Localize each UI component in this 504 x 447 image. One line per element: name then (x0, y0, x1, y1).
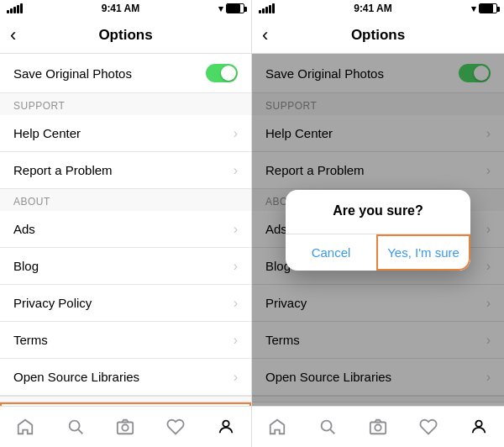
tab-bar-right (252, 406, 504, 447)
svg-point-5 (322, 421, 332, 431)
signal-area-right (259, 3, 275, 13)
svg-point-4 (223, 421, 228, 427)
tab-camera-right[interactable] (369, 418, 387, 436)
privacy-row-left[interactable]: Privacy Policy › (0, 285, 251, 322)
blog-chevron-left: › (234, 259, 238, 274)
report-problem-row-left[interactable]: Report a Problem › (0, 152, 251, 189)
battery-icon-right (479, 3, 497, 13)
svg-point-9 (475, 421, 481, 427)
signal-area (7, 3, 23, 13)
terms-chevron-left: › (234, 333, 238, 348)
tab-profile-left[interactable] (217, 418, 235, 436)
nav-bar-right: ‹ Options (252, 17, 504, 54)
privacy-chevron-left: › (234, 296, 238, 311)
tab-profile-right[interactable] (470, 418, 488, 436)
blog-label-left: Blog (13, 259, 39, 273)
svg-line-1 (78, 429, 82, 434)
help-center-row-left[interactable]: Help Center › (0, 115, 251, 152)
ads-chevron-left: › (234, 222, 238, 237)
help-center-chevron-left: › (234, 126, 238, 141)
nav-bar-left: ‹ Options (0, 17, 251, 54)
dialog-body: Are you sure? (286, 190, 470, 234)
battery-icon-left (226, 3, 244, 13)
privacy-label-left: Privacy Policy (13, 296, 92, 310)
svg-point-3 (123, 424, 129, 430)
tab-search-right[interactable] (318, 418, 337, 436)
left-panel: 9:41 AM ▾ ‹ Options Save Original Photos… (0, 0, 252, 447)
dialog-title: Are you sure? (299, 203, 457, 218)
report-problem-chevron-left: › (234, 163, 238, 178)
save-photos-label-left: Save Original Photos (13, 66, 132, 81)
tab-bar-left (0, 406, 251, 447)
time-right: 9:41 AM (354, 3, 392, 14)
status-bar-left: 9:41 AM ▾ (0, 0, 251, 17)
back-button-left[interactable]: ‹ (10, 26, 16, 45)
tab-camera-left[interactable] (116, 418, 134, 436)
open-source-chevron-left: › (234, 370, 238, 385)
nav-title-right: Options (351, 27, 405, 44)
svg-line-6 (330, 429, 334, 434)
cancel-button[interactable]: Cancel (286, 234, 376, 271)
dialog-buttons: Cancel Yes, I'm sure (286, 234, 470, 271)
terms-label-left: Terms (13, 333, 48, 347)
scroll-content-left: Save Original Photos SUPPORT Help Center… (0, 54, 251, 406)
save-photos-toggle-left[interactable] (206, 64, 238, 82)
confirm-button[interactable]: Yes, I'm sure (376, 234, 470, 271)
battery-area-right: ▾ (471, 3, 497, 14)
svg-point-8 (375, 424, 381, 430)
about-header-left: ABOUT (0, 189, 251, 211)
nav-title-left: Options (98, 27, 152, 44)
divider-left (0, 396, 251, 402)
wifi-icon-left: ▾ (218, 3, 223, 14)
tab-search-left[interactable] (66, 418, 85, 436)
tab-heart-left[interactable] (166, 418, 185, 436)
time-left: 9:41 AM (102, 3, 140, 14)
signal-bars-right (259, 3, 275, 13)
tab-home-right[interactable] (268, 418, 286, 436)
svg-point-0 (69, 421, 79, 431)
back-button-right[interactable]: ‹ (262, 26, 268, 45)
confirm-dialog: Are you sure? Cancel Yes, I'm sure (286, 190, 470, 271)
help-center-label-left: Help Center (13, 126, 81, 140)
dialog-overlay: Are you sure? Cancel Yes, I'm sure (252, 54, 504, 406)
signal-bars (7, 3, 23, 13)
support-header-left: SUPPORT (0, 93, 251, 115)
save-photos-row-left[interactable]: Save Original Photos (0, 54, 251, 93)
blog-row-left[interactable]: Blog › (0, 248, 251, 285)
tab-heart-right[interactable] (419, 418, 438, 436)
right-panel: 9:41 AM ▾ ‹ Options Save Original Photos… (252, 0, 504, 447)
ads-row-left[interactable]: Ads › (0, 211, 251, 248)
battery-area-left: ▾ (218, 3, 244, 14)
content-area-right: Save Original Photos SUPPORT Help Center… (252, 54, 504, 406)
open-source-label-left: Open Source Libraries (13, 370, 139, 384)
wifi-icon-right: ▾ (471, 3, 476, 14)
tab-home-left[interactable] (16, 418, 34, 436)
ads-label-left: Ads (13, 222, 35, 236)
open-source-row-left[interactable]: Open Source Libraries › (0, 359, 251, 396)
status-bar-right: 9:41 AM ▾ (252, 0, 504, 17)
terms-row-left[interactable]: Terms › (0, 322, 251, 359)
report-problem-label-left: Report a Problem (13, 163, 113, 177)
